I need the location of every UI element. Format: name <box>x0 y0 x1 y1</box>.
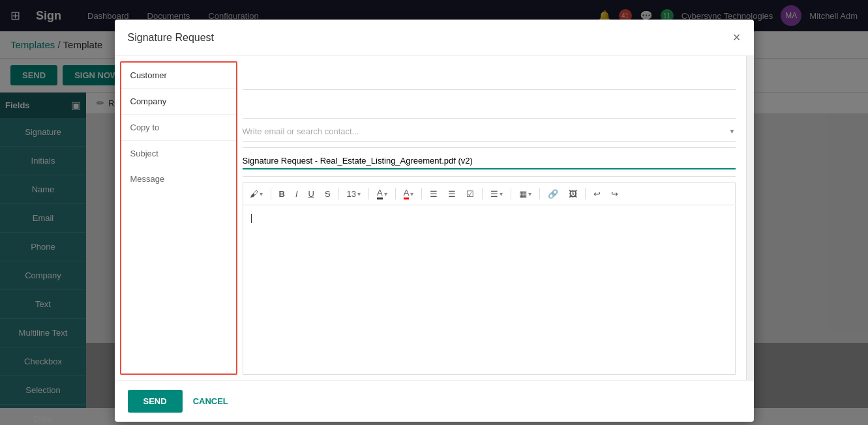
signer-customer[interactable]: Customer <box>121 63 236 89</box>
toolbar-unordered-list-button[interactable]: ☰ <box>426 188 441 200</box>
editor-toolbar: 🖌 ▾ B I U S 13 ▾ A ▾ A ▾ ☰ ☰ ☑ <box>243 182 736 205</box>
signer-customer-name: Customer <box>130 70 227 80</box>
toolbar-bold-button[interactable]: B <box>275 188 289 200</box>
toolbar-divider-7 <box>511 188 511 199</box>
toolbar-divider-5 <box>421 188 422 199</box>
toolbar-textcolor-button[interactable]: A ▾ <box>400 186 418 201</box>
toolbar-brush-button[interactable]: 🖌 ▾ <box>246 188 267 200</box>
modal-scrollbar[interactable] <box>746 56 754 380</box>
toolbar-italic-button[interactable]: I <box>292 188 302 200</box>
toolbar-table-button[interactable]: ▦ ▾ <box>515 188 535 200</box>
modal-close-button[interactable]: × <box>733 30 741 45</box>
toolbar-link-button[interactable]: 🔗 <box>544 188 562 200</box>
email-panel: ▼ 🖌 ▾ B I U S 13 ▾ <box>243 56 746 380</box>
toolbar-divider-4 <box>395 188 396 199</box>
copy-to-label: Copy to <box>121 115 236 141</box>
to-field-row <box>243 61 736 90</box>
signer-company[interactable]: Company <box>121 89 236 115</box>
toolbar-align-button[interactable]: ☰ ▾ <box>486 188 507 200</box>
subject-input[interactable] <box>243 153 736 169</box>
signers-panel: Customer Company Copy to Subject Message <box>120 61 237 375</box>
email-dropdown-arrow: ▼ <box>729 128 736 135</box>
toolbar-redo-button[interactable]: ↪ <box>607 188 622 200</box>
toolbar-divider-6 <box>482 188 483 199</box>
message-editor[interactable] <box>243 205 736 375</box>
modal-send-button[interactable]: SEND <box>128 390 183 413</box>
toolbar-divider-2 <box>338 188 339 199</box>
email-search-row: ▼ <box>243 119 736 148</box>
modal-overlay: Signature Request × Customer Company Cop… <box>0 0 868 425</box>
toolbar-fontcolor-button[interactable]: A ▾ <box>373 186 391 201</box>
toolbar-divider-3 <box>368 188 369 199</box>
cc-field-row <box>243 90 736 119</box>
subject-row <box>243 148 736 177</box>
modal-cancel-button[interactable]: CANCEL <box>193 396 228 406</box>
toolbar-strikethrough-button[interactable]: S <box>321 188 335 200</box>
signer-company-name: Company <box>130 96 227 106</box>
subject-label: Subject <box>121 141 236 166</box>
toolbar-checklist-button[interactable]: ☑ <box>462 188 478 200</box>
modal-body: Customer Company Copy to Subject Message <box>115 56 754 380</box>
toolbar-divider-9 <box>585 188 586 199</box>
message-label: Message <box>121 166 236 192</box>
toolbar-divider-1 <box>271 188 271 199</box>
modal-footer: SEND CANCEL <box>115 380 754 422</box>
toolbar-undo-button[interactable]: ↩ <box>590 188 605 200</box>
editor-cursor <box>251 214 252 223</box>
toolbar-underline-button[interactable]: U <box>305 188 318 200</box>
toolbar-ordered-list-button[interactable]: ☰ <box>444 188 460 200</box>
modal-title: Signature Request <box>128 32 215 44</box>
modal-header: Signature Request × <box>115 20 754 56</box>
to-input[interactable] <box>243 66 736 81</box>
signature-request-modal: Signature Request × Customer Company Cop… <box>115 20 754 422</box>
cc-input[interactable] <box>243 95 736 110</box>
toolbar-image-button[interactable]: 🖼 <box>565 188 581 200</box>
toolbar-divider-8 <box>539 188 540 199</box>
email-search-input[interactable] <box>243 124 729 139</box>
toolbar-fontsize-button[interactable]: 13 ▾ <box>343 188 365 200</box>
